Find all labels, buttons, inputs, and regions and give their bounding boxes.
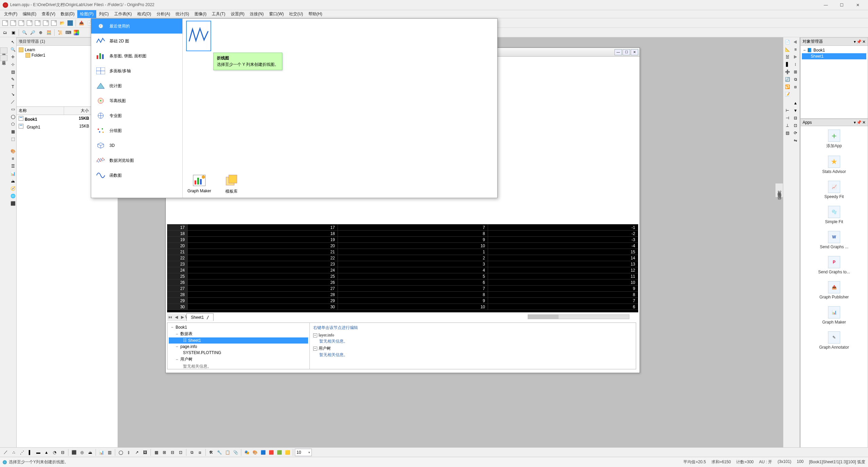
box-plot-button[interactable]: ⊟: [59, 449, 66, 456]
cell[interactable]: 6: [488, 304, 638, 310]
front-button[interactable]: ▲: [792, 100, 799, 106]
cell[interactable]: 22: [167, 255, 188, 261]
palette-tool[interactable]: 🎨: [9, 148, 16, 155]
cell[interactable]: 23: [167, 261, 188, 267]
image-button[interactable]: 🖼: [141, 449, 149, 456]
cell[interactable]: 6: [338, 279, 488, 286]
template1-button[interactable]: ▦: [153, 449, 160, 456]
plot-cat-stats[interactable]: 统计图: [91, 78, 182, 93]
linescatter-button[interactable]: ⋰: [18, 449, 26, 456]
new-excel-button[interactable]: [34, 19, 41, 27]
new-layout-button[interactable]: [50, 19, 58, 27]
cell[interactable]: 3: [338, 261, 488, 267]
menu-stats[interactable]: 统计(S): [173, 10, 192, 18]
cell[interactable]: 30: [188, 304, 338, 310]
import-wizard-button[interactable]: 📥: [78, 19, 85, 27]
organizer-tree[interactable]: −Book1 −数据表 ☷ Sheet1 −page.info SYSTEM.P…: [167, 323, 310, 369]
mask3-button[interactable]: 🟦: [259, 449, 267, 456]
cell[interactable]: 24: [167, 267, 188, 273]
3d-button[interactable]: ⬛: [70, 449, 78, 456]
menu-format[interactable]: 格式(O): [135, 10, 154, 18]
cell[interactable]: 17: [167, 225, 188, 231]
colorbar-button[interactable]: ▋: [784, 61, 791, 68]
tab-nav-first[interactable]: ⏮: [167, 315, 173, 319]
cell[interactable]: 2: [338, 255, 488, 261]
plot-cat-function[interactable]: 函数图: [91, 168, 182, 183]
app-speedy-fit[interactable]: 📈Speedy Fit: [824, 181, 844, 199]
plot-thumb-line[interactable]: [186, 21, 211, 51]
reader-tool[interactable]: ✛: [9, 54, 16, 60]
cell[interactable]: 23: [188, 261, 338, 267]
mask5-button[interactable]: 🟩: [276, 449, 283, 456]
rect-tool[interactable]: ▭: [9, 106, 16, 113]
cell[interactable]: 7: [338, 286, 488, 292]
compass-tool[interactable]: 🧭: [9, 185, 16, 192]
mask2-button[interactable]: 🎨: [251, 449, 259, 456]
close-button[interactable]: ✕: [850, 0, 865, 10]
graph-maker-button[interactable]: Graph Maker: [187, 174, 211, 194]
column-plot-button[interactable]: ▌: [26, 449, 34, 456]
line-tool[interactable]: ／: [9, 98, 16, 105]
org-usertree[interactable]: −用户树: [169, 356, 308, 363]
maximize-button[interactable]: ☐: [834, 0, 849, 10]
plot-cat-contour[interactable]: 等高线图: [91, 93, 182, 108]
cell[interactable]: 12: [488, 267, 638, 273]
menu-edit[interactable]: 编辑(E): [20, 10, 39, 18]
distribute-button[interactable]: ⊞: [792, 69, 799, 75]
new-notes-button[interactable]: [42, 19, 49, 27]
cell[interactable]: 11: [488, 273, 638, 279]
scatter-plot-button[interactable]: ∴: [10, 449, 18, 456]
cell[interactable]: 25: [188, 273, 338, 279]
obj-book1[interactable]: −📘 Book1: [802, 47, 866, 53]
zoom-in-button[interactable]: 🔍: [21, 29, 28, 36]
tool1-button[interactable]: 🛠: [207, 449, 215, 456]
ungroup-button[interactable]: ⧈: [792, 83, 799, 90]
surface-button[interactable]: ⛰: [86, 449, 94, 456]
data-reader-button[interactable]: ⊕: [37, 29, 44, 36]
panel-dropdown-icon[interactable]: ▾: [854, 120, 856, 125]
cell[interactable]: 20: [188, 243, 338, 249]
layer-tool[interactable]: 📊: [9, 170, 16, 177]
panel-pin-icon[interactable]: 📌: [856, 120, 862, 125]
cell[interactable]: 4: [338, 267, 488, 273]
cell[interactable]: 19: [167, 237, 188, 243]
legend-button[interactable]: ☱: [784, 54, 791, 60]
command-button[interactable]: ⌨: [64, 29, 72, 36]
align-left-button[interactable]: ⫷: [792, 39, 799, 45]
menu-help[interactable]: 帮助(H): [306, 10, 325, 18]
project-explorer-button[interactable]: 🗂: [1, 29, 9, 36]
child-maximize-button[interactable]: ☐: [623, 49, 630, 55]
mask6-button[interactable]: 🟨: [284, 449, 291, 456]
app-add[interactable]: ＋添加App: [826, 130, 842, 149]
minimize-button[interactable]: —: [818, 0, 833, 10]
add-column-button[interactable]: ➕: [784, 69, 791, 75]
text-tool[interactable]: T: [9, 83, 16, 90]
align-center-button[interactable]: ≡: [792, 46, 799, 53]
cell[interactable]: 22: [188, 255, 338, 261]
tab-nav-next[interactable]: ▶: [179, 315, 185, 319]
object-tree[interactable]: −📘 Book1 Sheet1: [801, 46, 868, 118]
refresh-button[interactable]: 🔄: [784, 76, 791, 83]
menu-column[interactable]: 列(C): [96, 10, 112, 18]
org-book[interactable]: −Book1: [169, 324, 308, 330]
value-combo[interactable]: 10▾: [295, 449, 312, 456]
draw-data-tool[interactable]: ✎: [9, 76, 16, 83]
color-manager-button[interactable]: [73, 29, 80, 36]
cell[interactable]: 18: [167, 231, 188, 237]
cell[interactable]: 9: [338, 298, 488, 304]
tool4-button[interactable]: 📎: [232, 449, 239, 456]
cell[interactable]: 30: [167, 304, 188, 310]
cell[interactable]: 28: [167, 292, 188, 298]
annotate-button[interactable]: 📝: [784, 91, 791, 98]
app-send-word[interactable]: WSend Graphs ...: [820, 231, 848, 249]
extract-button[interactable]: ⊡: [792, 122, 799, 129]
app-simple-fit[interactable]: 🫧Simple Fit: [825, 206, 843, 224]
save-button[interactable]: [66, 19, 74, 27]
cube-tool[interactable]: ⬛: [9, 200, 16, 207]
template-library-button[interactable]: 模板库: [225, 174, 238, 194]
pie-plot-button[interactable]: ◔: [51, 449, 58, 456]
sub-button[interactable]: ▣: [9, 29, 17, 36]
menu-worksheet[interactable]: 工作表(K): [112, 10, 135, 18]
cell[interactable]: 21: [167, 249, 188, 255]
pointer-tool[interactable]: ↖: [9, 39, 16, 45]
